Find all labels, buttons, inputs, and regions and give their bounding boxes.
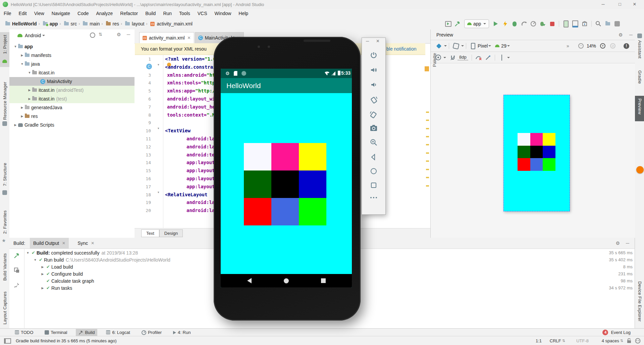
toolwindow-build[interactable]: Build (76, 329, 97, 336)
grid-cell[interactable] (299, 198, 326, 225)
grid-cell[interactable] (271, 198, 299, 225)
emulator-minimize-icon[interactable]: ─ (366, 39, 369, 44)
warning-tick[interactable] (426, 169, 429, 170)
close-icon[interactable]: ✕ (62, 241, 65, 246)
apply-code-changes-icon[interactable] (539, 20, 547, 28)
power-icon[interactable] (370, 51, 378, 59)
menu-vcs[interactable]: VCS (194, 9, 211, 18)
menu-view[interactable]: View (31, 9, 48, 18)
constraintlayout-gutter-icon[interactable]: C (146, 64, 152, 69)
menu-edit[interactable]: Edit (15, 9, 31, 18)
api-level-selector[interactable]: 29 (501, 43, 506, 49)
tab-activity-main-xml[interactable]: <> activity_main.xml✕ (139, 32, 194, 43)
attach-debugger-icon[interactable] (520, 20, 528, 28)
screenshot-camera-icon[interactable] (370, 124, 378, 132)
debug-icon[interactable] (511, 20, 519, 28)
breadcrumb-project[interactable]: HelloWorld (12, 21, 37, 26)
code-editor[interactable]: <?xml version="1.0 <androidx.constrair x… (165, 55, 221, 215)
lock-icon[interactable] (627, 338, 631, 344)
indent-widget[interactable]: 4 spaces⇅ (602, 338, 623, 343)
menu-file[interactable]: File (0, 9, 15, 18)
tree-item-mainactivity[interactable]: CMainActivity (9, 77, 135, 86)
breadcrumb-src[interactable]: src (71, 21, 77, 26)
warning-tick[interactable] (426, 185, 429, 187)
close-button[interactable]: ✕ (627, 0, 642, 9)
menu-window[interactable]: Window (211, 9, 235, 18)
tab-build-output[interactable]: Build Output✕ (30, 238, 69, 249)
overview-icon[interactable] (370, 181, 378, 189)
disable-notification-link[interactable]: ble notification (386, 46, 417, 52)
layers-icon[interactable] (435, 42, 443, 50)
menu-tools[interactable]: Tools (175, 9, 194, 18)
menu-run[interactable]: Run (159, 9, 175, 18)
hide-panel-icon[interactable]: ─ (626, 240, 629, 246)
project-view-selector[interactable]: Android (25, 33, 41, 38)
emulator-screen[interactable]: ⚙ 5:33 HelloWorld (221, 69, 352, 287)
tab-design[interactable]: Design (159, 229, 183, 237)
gear-icon[interactable]: ⚙ (619, 32, 623, 38)
notification-badge[interactable] (636, 166, 644, 174)
volume-down-icon[interactable] (370, 81, 378, 89)
grid-cell[interactable] (244, 170, 271, 198)
volume-up-icon[interactable] (370, 66, 378, 74)
tool-stripe-tab-preview[interactable]: Preview (635, 96, 644, 121)
back-icon[interactable] (370, 153, 378, 161)
grid-cell[interactable] (271, 170, 299, 198)
clear-constraints-icon[interactable] (475, 54, 483, 62)
gradle-status-icon[interactable] (635, 338, 641, 345)
back-icon[interactable] (247, 278, 252, 283)
more-icon[interactable] (370, 196, 378, 199)
grid-cell[interactable] (299, 170, 326, 198)
run-configuration-dropdown[interactable]: app (464, 19, 489, 28)
fold-marker[interactable]: ▾ (158, 191, 159, 194)
close-icon[interactable]: ✕ (91, 241, 94, 246)
tree-item-generatedjava[interactable]: ▶generatedJava (9, 103, 135, 112)
breadcrumb-app[interactable]: app (50, 21, 58, 26)
zoom-out-icon[interactable]: − (578, 43, 584, 49)
profiler-icon[interactable] (529, 20, 537, 28)
default-margins-value[interactable]: 8dp (458, 55, 468, 60)
emulator-window[interactable]: ⚙ 5:33 HelloWorld (214, 37, 361, 321)
warning-tick[interactable] (426, 128, 429, 129)
palette-tab[interactable]: Palette (432, 53, 437, 67)
tree-item-res[interactable]: ▶res (9, 112, 135, 121)
build-hammer-icon[interactable] (14, 253, 20, 260)
caret-position-widget[interactable]: 1:1 (536, 338, 542, 343)
warning-tick[interactable] (426, 160, 429, 162)
locate-file-icon[interactable] (90, 32, 95, 38)
maximize-button[interactable]: □ (612, 0, 627, 9)
breadcrumb-layout[interactable]: layout (132, 21, 144, 26)
rotate-right-icon[interactable] (369, 110, 378, 119)
breadcrumb-main[interactable]: main (90, 21, 100, 26)
breadcrumb-file[interactable]: activity_main.xml (157, 21, 193, 26)
zoom-in-icon[interactable]: + (600, 43, 605, 49)
fold-marker[interactable]: ▾ (158, 127, 159, 130)
orientation-icon[interactable] (452, 42, 460, 50)
restart-build-icon[interactable] (14, 267, 20, 275)
menu-refactor[interactable]: Refactor (116, 9, 142, 18)
emulator-close-icon[interactable]: ✕ (376, 39, 380, 44)
tab-text[interactable]: Text (141, 229, 159, 237)
avd-manager-icon[interactable] (562, 20, 570, 28)
home-icon[interactable] (370, 167, 378, 175)
error-stripe-block[interactable] (425, 66, 429, 71)
status-message[interactable]: Gradle build finished in 35 s 665 ms (5 … (16, 338, 117, 343)
close-icon[interactable]: ✕ (187, 36, 191, 40)
tree-item-app[interactable]: ▼app (9, 42, 135, 51)
layout-preview-device[interactable] (503, 95, 570, 211)
hide-panel-icon[interactable]: ─ (127, 32, 130, 37)
sdk-manager-icon[interactable] (581, 20, 589, 28)
gear-icon[interactable]: ⚙ (117, 32, 121, 37)
grid-cell[interactable] (244, 198, 271, 225)
render-issues-icon[interactable]: ! (624, 43, 629, 49)
autoconnect-icon[interactable] (449, 54, 457, 62)
run-icon[interactable] (492, 20, 500, 28)
home-icon[interactable] (284, 278, 289, 283)
toolwindow-profiler[interactable]: Profiler (139, 329, 164, 336)
toolwindow-toggle-icon[interactable] (4, 338, 11, 344)
pin-icon[interactable] (14, 282, 20, 289)
menu-navigate[interactable]: Navigate (48, 9, 74, 18)
infer-constraints-icon[interactable] (484, 54, 492, 62)
menu-analyze[interactable]: Analyze (93, 9, 117, 18)
warning-tick[interactable] (426, 152, 429, 154)
